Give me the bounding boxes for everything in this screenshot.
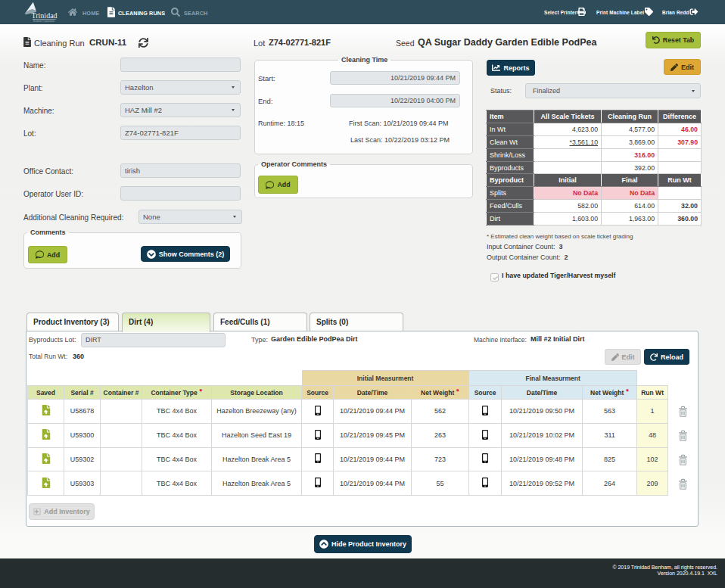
svg-text:Trinidad: Trinidad <box>32 11 58 20</box>
svg-text:Benham Corporation: Benham Corporation <box>33 20 54 23</box>
